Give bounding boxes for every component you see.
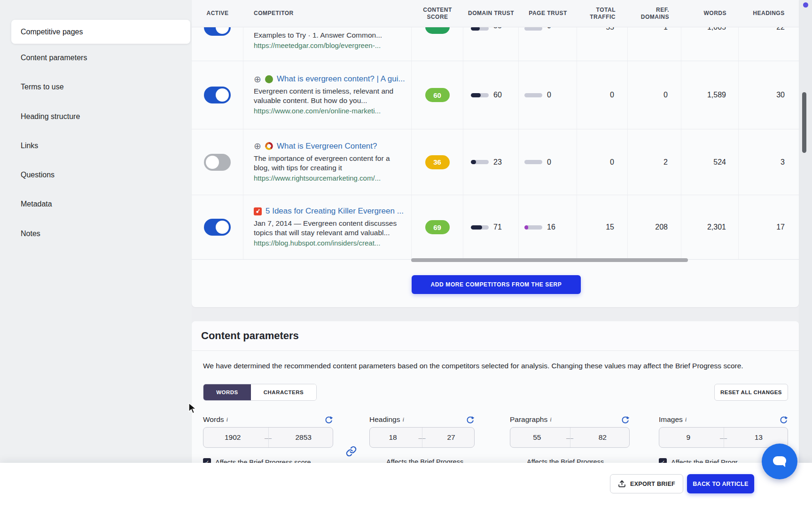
min-value[interactable]: 18 xyxy=(370,433,416,442)
active-toggle[interactable] xyxy=(204,27,231,36)
sidebar-item-questions[interactable]: Questions xyxy=(21,168,55,182)
sidebar-item-label: Competitive pages xyxy=(21,28,83,36)
sidebar-item-metadata[interactable]: Metadata xyxy=(21,197,52,211)
headings-value: 30 xyxy=(776,91,785,99)
active-toggle[interactable] xyxy=(204,154,231,171)
domain-trust-value: 23 xyxy=(493,158,502,167)
ref-domains-value: 208 xyxy=(655,223,668,231)
refresh-icon[interactable] xyxy=(621,415,630,424)
notification-dot xyxy=(803,2,808,8)
total-traffic-value: 0 xyxy=(610,158,614,167)
images-range-input[interactable]: 9 — 13 xyxy=(659,427,788,448)
sidebar-item-links[interactable]: Links xyxy=(21,139,38,153)
sidebar-item-notes[interactable]: Notes xyxy=(21,227,40,241)
sidebar-item-content-parameters[interactable]: Content parameters xyxy=(21,51,87,65)
domain-trust-bar xyxy=(471,160,489,164)
chat-launcher-button[interactable] xyxy=(762,444,797,479)
info-icon: i xyxy=(685,416,687,423)
page-trust-bar xyxy=(524,93,542,97)
content-score-badge: 60 xyxy=(425,88,450,102)
add-more-competitors-button[interactable]: ADD MORE COMPETITORS FROM THE SERP xyxy=(412,275,581,294)
table-row: Examples to Try · 1. Answer Common... ht… xyxy=(192,27,799,61)
param-label: Paragraphs xyxy=(510,415,547,424)
tab-words[interactable]: WORDS xyxy=(203,384,251,400)
active-toggle[interactable] xyxy=(204,87,231,103)
refresh-icon[interactable] xyxy=(466,415,475,424)
col-header-ref-domains: REF. DOMAINS xyxy=(628,0,681,27)
competitor-description: Jan 7, 2014 — Evergreen content discusse… xyxy=(254,219,405,238)
ref-domains-value: 0 xyxy=(664,91,668,99)
param-label: Images xyxy=(659,415,683,424)
page-trust-value: 0 xyxy=(547,27,551,30)
tab-characters[interactable]: CHARACTERS xyxy=(251,384,316,400)
competitor-favicon xyxy=(265,75,273,83)
table-row: ⊕ What is evergreen content? | A gui... … xyxy=(192,61,799,129)
competitor-url[interactable]: https://www.rightsourcemarketing.com/... xyxy=(254,174,381,183)
chain-link-icon xyxy=(345,445,357,457)
info-icon: i xyxy=(226,416,228,423)
total-traffic-value: 55 xyxy=(606,27,614,32)
export-brief-button[interactable]: EXPORT BRIEF xyxy=(610,474,683,493)
units-segmented-control: WORDS CHARACTERS xyxy=(203,384,317,401)
headings-range-input[interactable]: 18 — 27 xyxy=(369,427,475,448)
app-root: Competitive pages Content parameters Ter… xyxy=(0,0,812,508)
col-header-domain-trust: DOMAIN TRUST xyxy=(463,0,519,27)
refresh-icon[interactable] xyxy=(324,415,333,424)
col-header-total-traffic: TOTAL TRAFFIC xyxy=(577,0,628,27)
max-value[interactable]: 2853 xyxy=(274,433,333,442)
sidebar-item-heading-structure[interactable]: Heading structure xyxy=(21,110,80,124)
active-toggle[interactable] xyxy=(204,219,231,236)
page-trust-bar xyxy=(524,225,542,230)
content-score-badge xyxy=(425,27,450,34)
min-value[interactable]: 55 xyxy=(510,433,564,442)
upload-icon xyxy=(618,480,626,488)
competitor-title-link[interactable]: What is Evergreen Content? xyxy=(277,142,377,151)
domain-trust-bar xyxy=(471,225,489,230)
page-trust-bar xyxy=(524,27,542,31)
param-label: Headings xyxy=(369,415,400,424)
col-header-active: ACTIVE xyxy=(192,0,243,27)
section-title: Content parameters xyxy=(192,321,799,351)
headings-value: 3 xyxy=(781,158,785,167)
table-row: 5 Ideas for Creating Killer Evergreen ..… xyxy=(192,195,799,260)
domain-trust-bar xyxy=(471,93,489,97)
paragraphs-range-input[interactable]: 55 — 82 xyxy=(510,427,630,448)
section-description: We have determined the recommended conte… xyxy=(203,362,789,370)
words-value: 524 xyxy=(713,158,726,167)
add-competitor-icon[interactable]: ⊕ xyxy=(254,75,261,84)
competitor-url[interactable]: https://meetedgar.com/blog/evergreen-... xyxy=(254,41,381,50)
page-trust-bar xyxy=(524,160,542,164)
hubspot-sprocket-icon xyxy=(255,209,260,214)
competitor-description: The importance of evergreen content for … xyxy=(254,154,405,173)
min-value[interactable]: 1902 xyxy=(203,433,262,442)
back-to-article-button[interactable]: BACK TO ARTICLE xyxy=(687,474,754,493)
competitor-title-link[interactable]: What is evergreen content? | A gui... xyxy=(277,74,405,84)
words-range-input[interactable]: 1902 — 2853 xyxy=(203,427,333,448)
words-value: 2,301 xyxy=(707,223,726,231)
page-scrollbar xyxy=(799,0,812,463)
content-score-badge: 69 xyxy=(425,220,450,234)
ref-domains-value: 1 xyxy=(664,27,668,32)
add-competitor-icon[interactable]: ⊕ xyxy=(254,142,261,151)
reset-all-changes-button[interactable]: RESET ALL CHANGES xyxy=(714,384,788,401)
min-value[interactable]: 9 xyxy=(659,433,718,442)
max-value[interactable]: 13 xyxy=(730,433,788,442)
max-value[interactable]: 27 xyxy=(428,433,474,442)
ref-domains-value: 2 xyxy=(664,158,668,167)
info-icon: i xyxy=(403,416,405,423)
refresh-icon[interactable] xyxy=(779,415,788,424)
domain-trust-value: 60 xyxy=(493,91,502,99)
vertical-scrollbar-thumb[interactable] xyxy=(802,92,806,153)
headings-value: 22 xyxy=(776,27,785,32)
competitor-description: Examples to Try · 1. Answer Common... xyxy=(254,31,382,40)
max-value[interactable]: 82 xyxy=(576,433,630,442)
chat-bubble-icon xyxy=(771,452,789,470)
page-trust-value: 16 xyxy=(547,223,555,231)
competitor-title-link[interactable]: 5 Ideas for Creating Killer Evergreen ..… xyxy=(265,206,404,216)
footer-action-bar: EXPORT BRIEF BACK TO ARTICLE xyxy=(0,463,812,508)
sidebar-item-terms-to-use[interactable]: Terms to use xyxy=(21,80,64,94)
competitor-url[interactable]: https://blog.hubspot.com/insiders/creat.… xyxy=(254,238,380,248)
horizontal-scrollbar-thumb[interactable] xyxy=(411,258,688,262)
competitor-url[interactable]: https://www.one.com/en/online-marketi... xyxy=(254,106,381,116)
sidebar-item-competitive-pages[interactable]: Competitive pages xyxy=(11,20,190,44)
